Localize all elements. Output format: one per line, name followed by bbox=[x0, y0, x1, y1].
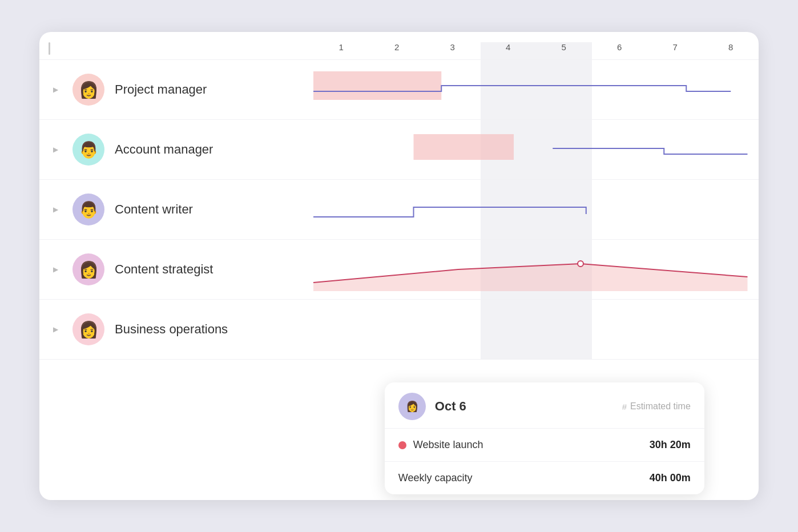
day-col-7: 7 bbox=[647, 42, 703, 59]
gantt-body: ▶👩Project manager▶👨Account manager▶👨Cont… bbox=[39, 60, 759, 360]
role-name-pm: Project manager bbox=[115, 82, 207, 97]
day-col-3: 3 bbox=[425, 42, 481, 59]
tooltip-value-1: 40h 00m bbox=[650, 472, 691, 484]
tooltip-date: Oct 6 bbox=[435, 399, 613, 414]
gantt-row-cs: ▶👩Content strategist bbox=[39, 240, 759, 300]
chart-svg-cw bbox=[313, 180, 759, 239]
day-col-4: 4 bbox=[481, 42, 537, 59]
face-icon-cs: 👩 bbox=[72, 253, 104, 285]
gantt-row-bo: ▶👩Business operations bbox=[39, 300, 759, 360]
day-col-1: 1 bbox=[313, 42, 369, 59]
tooltip-col-label-text: Estimated time bbox=[630, 401, 691, 412]
row-label-cw: ▶👨Content writer bbox=[39, 194, 313, 225]
tooltip-label-0: Website launch bbox=[413, 439, 643, 451]
tooltip-label-1: Weekly capacity bbox=[398, 472, 643, 484]
tooltip-row-1: Weekly capacity40h 00m bbox=[385, 462, 704, 494]
month-label bbox=[39, 42, 313, 59]
svg-marker-2 bbox=[313, 264, 748, 291]
expand-arrow-cs[interactable]: ▶ bbox=[53, 265, 62, 273]
avatar-bo: 👩 bbox=[72, 313, 104, 345]
face-icon-bo: 👩 bbox=[72, 313, 104, 345]
day-col-8: 8 bbox=[703, 42, 759, 59]
chart-svg-pm bbox=[313, 60, 759, 119]
chart-bo bbox=[313, 300, 759, 359]
role-name-am: Account manager bbox=[115, 142, 213, 157]
role-name-bo: Business operations bbox=[115, 322, 228, 337]
chart-cs bbox=[313, 240, 759, 299]
chart-svg-am bbox=[313, 120, 759, 179]
avatar-cw: 👨 bbox=[72, 194, 104, 225]
tooltip-avatar: 👩 bbox=[398, 393, 426, 420]
row-label-cs: ▶👩Content strategist bbox=[39, 253, 313, 285]
avatar-am: 👨 bbox=[72, 134, 104, 166]
row-label-am: ▶👨Account manager bbox=[39, 134, 313, 166]
avatar-cs: 👩 bbox=[72, 253, 104, 285]
gantt-row-am: ▶👨Account manager bbox=[39, 120, 759, 180]
face-icon-pm: 👩 bbox=[72, 74, 104, 106]
chart-svg-bo bbox=[313, 300, 759, 359]
row-label-pm: ▶👩Project manager bbox=[39, 74, 313, 106]
day-col-5: 5 bbox=[536, 42, 592, 59]
svg-point-3 bbox=[578, 261, 583, 267]
svg-rect-0 bbox=[313, 71, 441, 100]
face-icon-cw: 👨 bbox=[72, 194, 104, 225]
chart-svg-cs bbox=[313, 240, 759, 299]
gantt-row-pm: ▶👩Project manager bbox=[39, 60, 759, 120]
row-label-header bbox=[39, 42, 313, 59]
tooltip: 👩Oct 6#Estimated timeWebsite launch30h 2… bbox=[385, 382, 704, 494]
tooltip-value-0: 30h 20m bbox=[650, 439, 691, 451]
tooltip-row-0: Website launch30h 20m bbox=[385, 429, 704, 462]
day-col-6: 6 bbox=[592, 42, 648, 59]
role-name-cs: Content strategist bbox=[115, 262, 213, 277]
tooltip-col-label: #Estimated time bbox=[622, 401, 691, 412]
main-card: 12345678 ▶👩Project manager▶👨Account mana… bbox=[39, 32, 759, 500]
month-divider-icon bbox=[49, 42, 50, 55]
day-numbers: 12345678 bbox=[313, 42, 759, 59]
expand-arrow-bo[interactable]: ▶ bbox=[53, 325, 62, 333]
face-icon-am: 👨 bbox=[72, 134, 104, 166]
svg-rect-1 bbox=[414, 134, 514, 160]
role-name-cw: Content writer bbox=[115, 202, 193, 217]
chart-am bbox=[313, 120, 759, 179]
expand-arrow-pm[interactable]: ▶ bbox=[53, 86, 62, 94]
expand-arrow-cw[interactable]: ▶ bbox=[53, 205, 62, 213]
chart-cw bbox=[313, 180, 759, 239]
tooltip-header: 👩Oct 6#Estimated time bbox=[385, 382, 704, 429]
row-label-bo: ▶👩Business operations bbox=[39, 313, 313, 345]
avatar-pm: 👩 bbox=[72, 74, 104, 106]
chart-pm bbox=[313, 60, 759, 119]
expand-arrow-am[interactable]: ▶ bbox=[53, 146, 62, 154]
day-col-2: 2 bbox=[369, 42, 425, 59]
tooltip-dot-0 bbox=[398, 441, 406, 449]
gantt-row-cw: ▶👨Content writer bbox=[39, 180, 759, 240]
timeline-header: 12345678 bbox=[39, 32, 759, 60]
hash-icon: # bbox=[622, 402, 627, 412]
